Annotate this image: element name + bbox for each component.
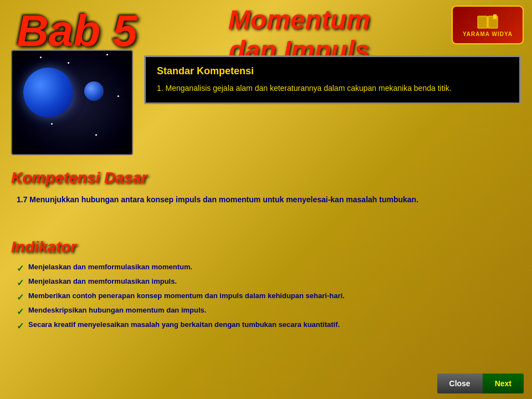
star — [40, 57, 42, 58]
close-button[interactable]: Close — [437, 374, 483, 393]
check-icon: ✓ — [17, 306, 24, 317]
kompetensi-title: Kompetensi Dasar — [11, 169, 521, 187]
star — [106, 54, 108, 55]
kompetensi-section: Kompetensi Dasar 1.7 Menunjukkan hubunga… — [11, 169, 521, 206]
item-text: Menjelaskan dan memformulasikan impuls. — [28, 277, 177, 285]
planet-small — [84, 81, 104, 101]
item-text: Menjelaskan dan memformulasikan momentum… — [28, 263, 192, 271]
bottom-buttons: Close Next — [437, 374, 524, 393]
svg-rect-0 — [478, 16, 487, 28]
bab-title: Bab 5 — [17, 6, 137, 57]
list-item: ✓Secara kreatif menyelesaikan masalah ya… — [17, 320, 521, 331]
list-item: ✓Menjelaskan dan memformulasikan momentu… — [17, 263, 521, 274]
indikator-list: ✓Menjelaskan dan memformulasikan momentu… — [11, 263, 521, 331]
star — [95, 134, 97, 136]
item-text: Memberikan contoh penerapan konsep momen… — [28, 291, 345, 300]
logo: YARAMA WIDYA — [452, 6, 524, 44]
indikator-title: Indikator — [11, 238, 521, 256]
standar-text: 1. Menganalisis gejala alam dan keteratu… — [157, 83, 508, 94]
indikator-section: Indikator ✓Menjelaskan dan memformulasik… — [11, 238, 521, 335]
standar-kompetensi-box: Standar Kompetensi 1. Menganalisis gejal… — [144, 55, 521, 104]
space-image — [11, 50, 133, 155]
list-item: ✓Menjelaskan dan memformulasikan impuls. — [17, 277, 521, 288]
check-icon: ✓ — [17, 263, 24, 274]
planet-large — [23, 68, 73, 117]
check-icon: ✓ — [17, 321, 24, 331]
book-icon — [477, 13, 499, 30]
check-icon: ✓ — [17, 292, 24, 303]
list-item: ✓Memberikan contoh penerapan konsep mome… — [17, 291, 521, 303]
star — [68, 62, 69, 64]
logo-text: YARAMA WIDYA — [463, 31, 513, 37]
momentum-line1: Momentum — [155, 4, 443, 35]
star — [117, 95, 119, 97]
kompetensi-text: 1.7 Menunjukkan hubungan antara konsep i… — [11, 193, 521, 206]
check-icon: ✓ — [17, 278, 24, 288]
standar-title: Standar Kompetensi — [157, 65, 508, 77]
next-button[interactable]: Next — [483, 374, 524, 393]
star — [51, 123, 53, 125]
item-text: Secara kreatif menyelesaikan masalah yan… — [28, 320, 340, 329]
list-item: ✓Mendeskripsikan hubungan momentum dan i… — [17, 306, 521, 317]
item-text: Mendeskripsikan hubungan momentum dan im… — [28, 306, 206, 314]
